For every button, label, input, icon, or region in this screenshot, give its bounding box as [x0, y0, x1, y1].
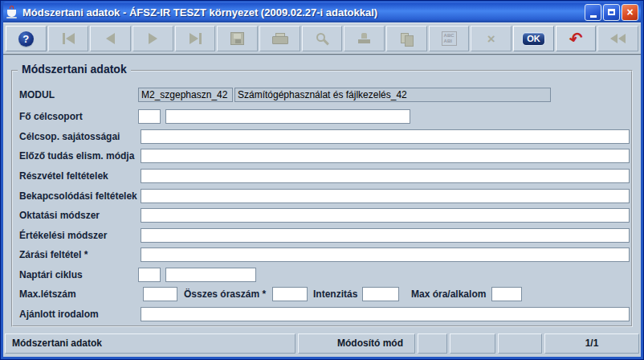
osszes-oraszam-label: Összes óraszám * [184, 287, 266, 301]
previous-record-icon [106, 33, 115, 44]
last-record-button[interactable] [175, 26, 216, 51]
oktatasi-modszer-field[interactable] [141, 208, 630, 223]
intenzitas-label: Intenzitás [313, 287, 357, 301]
fo-celcsoport-name-field[interactable] [165, 109, 410, 124]
delete-button[interactable]: × [471, 26, 512, 51]
naptari-ciklus-label: Naptári ciklus [19, 268, 83, 282]
ertekelesi-modszer-label: Értékelési módszer [19, 228, 107, 243]
status-cell-3 [418, 333, 447, 354]
add-record-button[interactable] [344, 26, 385, 51]
fo-celcsoport-code-field[interactable] [138, 109, 161, 124]
first-record-button[interactable] [48, 26, 89, 51]
undo-button[interactable]: ↶ [556, 26, 597, 51]
app-window: Módszertani adatok - ÁFSZ-IR TESZT körny… [0, 0, 644, 360]
zarasi-feltetel-label: Zárási feltétel * [19, 248, 88, 262]
maximize-icon [608, 9, 615, 15]
save-icon [230, 32, 244, 45]
minimize-icon [590, 15, 597, 18]
max-letszam-field[interactable] [143, 287, 177, 301]
ajanlott-irodalom-label: Ajánlott irodalom [19, 307, 99, 321]
ok-icon: OK [522, 32, 545, 46]
minimize-button[interactable] [585, 4, 601, 21]
close-icon: × [626, 6, 633, 18]
celcsop-sajatossagai-field[interactable] [141, 129, 630, 144]
next-record-button[interactable] [132, 26, 173, 51]
ok-button[interactable]: OK [513, 26, 554, 51]
osszes-oraszam-field[interactable] [272, 287, 308, 301]
modul-code-field[interactable] [138, 88, 233, 102]
print-button[interactable] [259, 26, 300, 51]
modul-name-field[interactable] [234, 88, 551, 102]
last-record-icon [190, 33, 202, 44]
max-ora-alkalom-label: Max óra/alkalom [411, 287, 486, 301]
spellcheck-icon-text-top: ABC [444, 33, 454, 38]
maximize-button[interactable] [603, 4, 620, 21]
elozo-tudas-label: Előző tudás elism. módja [19, 149, 134, 163]
elozo-tudas-field[interactable] [141, 149, 630, 163]
reszvetel-label: Részvétel feltételek [19, 169, 108, 183]
zarasi-feltetel-field[interactable] [141, 248, 630, 262]
help-button[interactable]: ? [6, 26, 47, 51]
status-edit-mode: Módosító mód [298, 333, 415, 354]
window-title: Módszertani adatok - ÁFSZ-IR TESZT körny… [22, 6, 581, 18]
toolbar: ? [3, 23, 641, 55]
save-button[interactable] [217, 26, 258, 51]
modul-label: MODUL [19, 88, 55, 102]
copy-icon [400, 32, 414, 46]
celcsop-sajatossagai-label: Célcsop. sajátosságai [19, 129, 120, 144]
delete-icon: × [487, 32, 495, 46]
previous-record-button[interactable] [90, 26, 131, 51]
max-letszam-label: Max.létszám [19, 287, 76, 301]
max-ora-alkalom-field[interactable] [491, 287, 522, 301]
close-button[interactable]: × [622, 4, 638, 21]
bekapcsolodasi-field[interactable] [141, 189, 630, 203]
methodology-groupbox: Módszertani adatok MODUL Fő célcsoport C… [11, 70, 633, 327]
status-cell-5 [498, 333, 542, 354]
first-record-icon [63, 33, 75, 44]
status-record-counter: 1/1 [544, 333, 639, 354]
ajanlott-irodalom-field[interactable] [141, 307, 630, 321]
intenzitas-field[interactable] [362, 287, 399, 301]
fo-celcsoport-label: Fő célcsoport [19, 109, 83, 124]
naptari-ciklus-code-field[interactable] [138, 268, 161, 282]
oktatasi-modszer-label: Oktatási módszer [19, 208, 100, 223]
search-icon [316, 33, 325, 42]
status-view-name: Módszertani adatok [5, 333, 296, 354]
status-cell-4 [450, 333, 495, 354]
reszvetel-field[interactable] [141, 169, 630, 183]
status-bar: Módszertani adatok Módosító mód 1/1 [3, 331, 641, 357]
bekapcsolodasi-label: Bekapcsolódási feltételek [19, 189, 137, 203]
add-record-icon [358, 33, 371, 45]
form-region: Módszertani adatok MODUL Fő célcsoport C… [3, 55, 641, 331]
back-icon [610, 34, 626, 43]
help-icon: ? [18, 31, 34, 47]
groupbox-title: Módszertani adatok [18, 63, 131, 76]
copy-button[interactable] [386, 26, 427, 51]
java-app-icon [6, 6, 18, 18]
spellcheck-icon-text-bottom: ABI [444, 39, 452, 43]
naptari-ciklus-value-field[interactable] [165, 268, 256, 282]
title-bar[interactable]: Módszertani adatok - ÁFSZ-IR TESZT körny… [3, 2, 641, 22]
undo-icon: ↶ [568, 31, 584, 46]
spellcheck-icon: ABC ABI [442, 31, 457, 46]
search-button[interactable] [302, 26, 343, 51]
print-icon [272, 33, 287, 45]
spellcheck-button[interactable]: ABC ABI [429, 26, 470, 51]
ertekelesi-modszer-field[interactable] [141, 228, 630, 243]
back-button[interactable] [597, 26, 638, 51]
next-record-icon [149, 33, 157, 44]
